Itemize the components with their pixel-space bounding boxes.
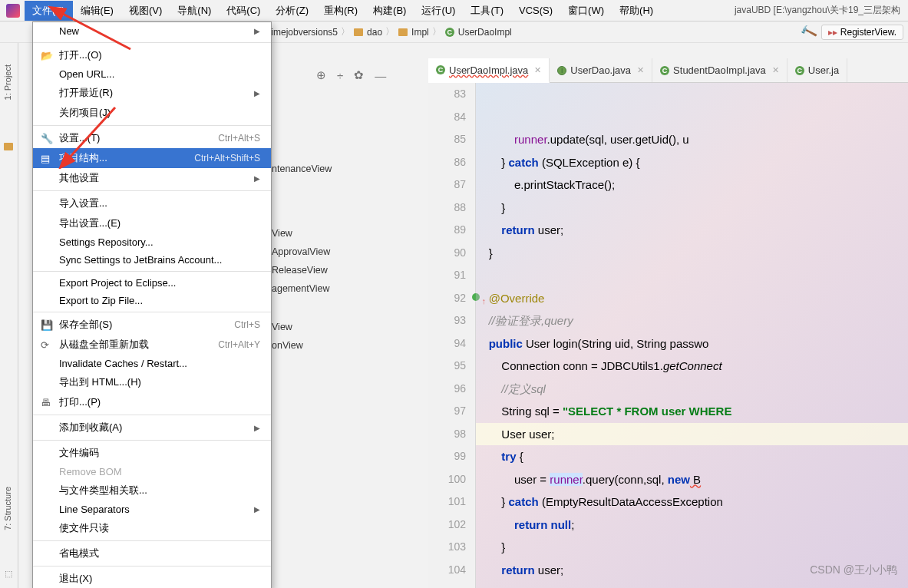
folder-icon xyxy=(4,143,13,150)
menu-vcs[interactable]: VCS(S) xyxy=(511,2,560,19)
tab-userdaoimpl[interactable]: CUserDaoImpl.java✕ xyxy=(428,58,550,83)
collapse-icon[interactable]: ÷ xyxy=(337,69,343,82)
menu-open-url[interactable]: Open URL... xyxy=(33,65,271,83)
minimize-icon[interactable]: — xyxy=(375,69,386,82)
tab-user[interactable]: CUser.ja xyxy=(787,58,847,82)
print-icon: 🖶 xyxy=(41,397,53,408)
main-menubar: 文件(F) 编辑(E) 视图(V) 导航(N) 代码(C) 分析(Z) 重构(R… xyxy=(0,0,908,21)
menu-new[interactable]: New▶ xyxy=(33,22,271,40)
file-menu-dropdown: New▶ 📂打开...(O) Open URL... 打开最近(R)▶ 关闭项目… xyxy=(32,21,272,588)
menu-export-eclipse[interactable]: Export Project to Eclipse... xyxy=(33,274,271,292)
project-tree-fragment: ntenanceView View ApprovalView ReleaseVi… xyxy=(272,160,425,355)
menu-code[interactable]: 代码(C) xyxy=(219,1,268,21)
open-icon: 📂 xyxy=(41,50,53,61)
close-icon[interactable]: ✕ xyxy=(637,65,644,75)
project-tool-button[interactable]: 1: Project xyxy=(0,58,15,106)
structure-icon: ⬚ xyxy=(5,569,12,579)
menu-edit[interactable]: 编辑(E) xyxy=(73,1,121,21)
gear-icon[interactable]: ✿ xyxy=(354,68,364,82)
close-icon[interactable]: ✕ xyxy=(772,65,779,75)
menu-refactor[interactable]: 重构(R) xyxy=(316,1,365,21)
class-icon: C xyxy=(445,28,454,37)
menu-sync-jetbrains[interactable]: Sync Settings to JetBrains Account... xyxy=(33,251,271,269)
folder-icon xyxy=(354,28,363,36)
watermark: CSDN @王小小鸭 xyxy=(810,563,897,577)
menu-other-settings[interactable]: 其他设置▶ xyxy=(33,168,271,188)
class-icon: C xyxy=(436,65,445,74)
class-icon: C xyxy=(660,66,669,75)
menu-open[interactable]: 📂打开...(O) xyxy=(33,45,271,65)
menu-file-encoding[interactable]: 文件编码 xyxy=(33,443,271,463)
folder-icon xyxy=(398,28,408,36)
breadcrumb[interactable]: timejobversions5〉 dao〉 Impl〉 C UserDaoIm… xyxy=(266,25,515,38)
app-icon xyxy=(6,4,20,18)
menu-navigate[interactable]: 导航(N) xyxy=(170,1,219,21)
menu-export-html[interactable]: 导出到 HTML...(H) xyxy=(33,372,271,392)
menu-remove-bom: Remove BOM xyxy=(33,463,271,481)
menu-run[interactable]: 运行(U) xyxy=(414,1,463,21)
menu-save-all[interactable]: 💾保存全部(S)Ctrl+S xyxy=(33,315,271,335)
menu-invalidate-caches[interactable]: Invalidate Caches / Restart... xyxy=(33,355,271,372)
reload-icon: ⟳ xyxy=(41,339,53,351)
menu-window[interactable]: 窗口(W) xyxy=(560,1,612,21)
menu-readonly[interactable]: 使文件只读 xyxy=(33,518,271,538)
project-toolbar: ⊕ ÷ ✿ — xyxy=(316,64,386,86)
structure-tool-button[interactable]: 7: Structure xyxy=(0,481,15,537)
tool-window-stripe: 1: Project 7: Structure ⬚ xyxy=(0,43,18,588)
menu-build[interactable]: 构建(B) xyxy=(365,1,414,21)
target-icon[interactable]: ⊕ xyxy=(316,68,326,82)
wrench-icon: 🔧 xyxy=(41,133,53,144)
menu-exit[interactable]: 退出(X) xyxy=(33,569,271,588)
menu-view[interactable]: 视图(V) xyxy=(121,1,170,21)
menu-close-project[interactable]: 关闭项目(J) xyxy=(33,103,271,123)
menu-open-recent[interactable]: 打开最近(R)▶ xyxy=(33,83,271,103)
menu-analyze[interactable]: 分析(Z) xyxy=(268,1,316,21)
menu-import-settings[interactable]: 导入设置... xyxy=(33,193,271,213)
tab-userdao[interactable]: IUserDao.java✕ xyxy=(550,58,652,82)
editor-tabs: CUserDaoImpl.java✕ IUserDao.java✕ CStude… xyxy=(428,58,908,83)
tab-studentdaoimpl[interactable]: CStudentDaoImpl.java✕ xyxy=(652,58,787,82)
save-icon: 💾 xyxy=(41,319,53,331)
class-icon: C xyxy=(795,66,804,75)
build-icon[interactable]: 🔨 xyxy=(799,22,818,41)
menu-line-separators[interactable]: Line Separators▶ xyxy=(33,500,271,518)
code-editor[interactable]: runner.update(sql, user.getUid(), u } ca… xyxy=(476,83,908,588)
menu-tools[interactable]: 工具(T) xyxy=(463,1,511,21)
menu-print[interactable]: 🖶打印...(P) xyxy=(33,392,271,412)
menu-power-save[interactable]: 省电模式 xyxy=(33,543,271,563)
project-title: javaUBD [E:\yangzhou\关卡19_三层架构 xyxy=(735,4,908,17)
menu-reload-from-disk[interactable]: ⟳从磁盘全部重新加载Ctrl+Alt+Y xyxy=(33,335,271,355)
interface-icon: I xyxy=(557,66,566,75)
menu-export-settings[interactable]: 导出设置...(E) xyxy=(33,213,271,233)
close-icon[interactable]: ✕ xyxy=(534,65,541,75)
menu-file[interactable]: 文件(F) xyxy=(25,1,73,21)
editor-gutter: 83 84 85 86 87 88 89 90 91 92↑ 93 94 95 … xyxy=(428,83,476,588)
menu-project-structure[interactable]: ▤项目结构...Ctrl+Alt+Shift+S xyxy=(33,148,271,168)
structure-icon: ▤ xyxy=(41,153,53,164)
run-config-selector[interactable]: ▸▸RegisterView. xyxy=(821,25,903,40)
menu-add-favorites[interactable]: 添加到收藏(A)▶ xyxy=(33,418,271,438)
menu-associate-filetype[interactable]: 与文件类型相关联... xyxy=(33,481,271,500)
menu-help[interactable]: 帮助(H) xyxy=(612,1,661,21)
menu-settings[interactable]: 🔧设置...(T)Ctrl+Alt+S xyxy=(33,128,271,148)
menu-export-zip[interactable]: Export to Zip File... xyxy=(33,292,271,309)
menu-settings-repository[interactable]: Settings Repository... xyxy=(33,233,271,251)
